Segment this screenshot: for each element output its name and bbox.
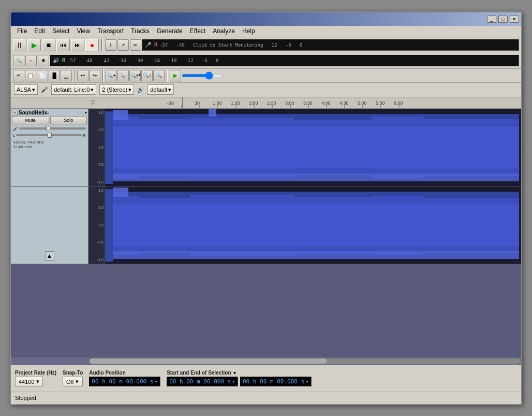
draw-tool-button[interactable]: ✏ xyxy=(130,39,141,51)
track-1-pan-row: L R xyxy=(12,132,87,139)
zoom-normal-button[interactable]: 🔍 xyxy=(153,70,165,81)
track-2-expand-button[interactable]: ▲ xyxy=(45,251,54,261)
record-button[interactable]: ● xyxy=(85,39,99,51)
zoom-in-button[interactable]: 🔍+ xyxy=(106,70,117,81)
selection-label: Start and End of Selection xyxy=(167,370,231,376)
svg-text:5:30: 5:30 xyxy=(376,101,385,106)
paste-button[interactable]: 📄 xyxy=(37,70,48,81)
mic-device-select[interactable]: default: Line:0 ▾ xyxy=(51,84,96,95)
title-bar: _ □ ✕ xyxy=(11,12,521,26)
skip-end-button[interactable]: ⏭ xyxy=(71,39,84,51)
driver-select[interactable]: ALSA ▾ xyxy=(14,84,38,95)
channels-label: 2 (Stereo) xyxy=(102,87,127,93)
scrollbar-thumb[interactable] xyxy=(90,358,327,364)
project-rate-value-row: 44100 ▾ xyxy=(15,377,56,386)
track-1-waveform[interactable]: 1.0 0.5 0.0 -0.5 -1.0 xyxy=(88,109,521,186)
track-1-name-row: × SoundHelix- ▾ xyxy=(12,110,87,116)
mic-device-label: default: Line:0 xyxy=(54,87,90,93)
menu-view[interactable]: View xyxy=(73,27,93,35)
menu-generate[interactable]: Generate xyxy=(154,27,186,35)
svg-text:2:30: 2:30 xyxy=(267,101,276,106)
horizontal-scrollbar[interactable] xyxy=(11,357,521,365)
channels-select[interactable]: 2 (Stereo) ▾ xyxy=(99,84,134,95)
skip-start-button[interactable]: ⏮ xyxy=(56,39,70,51)
trim-button[interactable]: ▐▌ xyxy=(49,70,60,81)
track-1-solo-button[interactable]: Solo xyxy=(50,117,87,124)
snap-to-label: Snap-To xyxy=(63,370,83,376)
svg-text:1:00: 1:00 xyxy=(213,101,222,106)
selection-dropdown-icon[interactable]: ▾ xyxy=(233,370,236,376)
toolbar-sep-3 xyxy=(102,69,104,82)
channels-dropdown-icon: ▾ xyxy=(128,87,131,93)
timeshift-tool-button[interactable]: ↔ xyxy=(25,55,37,66)
track-1: × SoundHelix- ▾ Mute Solo 🎤 xyxy=(11,109,521,187)
toolbar-sep-1 xyxy=(101,39,102,51)
fit-project-button[interactable]: 🔍⇄ xyxy=(129,70,141,81)
status-bar: Project Rate (Hz) 44100 ▾ Snap-To Off ▾ … xyxy=(11,365,521,392)
selection-tool-button[interactable]: I xyxy=(105,39,116,51)
menu-tracks[interactable]: Tracks xyxy=(128,27,153,35)
selection-start-value: 00 h 00 m 00.000 s xyxy=(169,378,231,385)
svg-text:3:00: 3:00 xyxy=(285,101,294,106)
menu-edit[interactable]: Edit xyxy=(31,27,48,35)
zoom-tool-button[interactable]: 🔍 xyxy=(13,55,24,66)
svg-text:-30: -30 xyxy=(167,101,174,106)
timeline-ruler[interactable]: -30 30 1:00 1:30 2:00 2:30 3:00 3:30 4:0… xyxy=(166,97,521,108)
selection-end-dropdown-btn[interactable]: ▾ xyxy=(305,378,309,385)
undo-button[interactable]: ↩ xyxy=(77,70,88,81)
silence-button[interactable]: ▁ xyxy=(61,70,72,81)
track-1-y-axis: 1.0 0.5 0.0 -0.5 -1.0 xyxy=(88,109,105,186)
track-1-info-line2: 32-bit float xyxy=(13,145,86,149)
menu-analyze[interactable]: Analyze xyxy=(210,27,238,35)
project-rate-dropdown[interactable]: 44100 ▾ xyxy=(15,377,43,386)
menu-transport[interactable]: Transport xyxy=(94,27,127,35)
cut-button[interactable]: ✂ xyxy=(13,70,24,81)
rec-label: 🎤 R xyxy=(145,42,157,48)
tools-toolbar-row: 🔍 ↔ ✱ 🔊 R -57 -48 -42 -36 -30 -24 -18 -1… xyxy=(11,53,521,68)
play-button[interactable]: ▶ xyxy=(27,39,41,51)
track-1-pan-slider[interactable] xyxy=(16,134,82,136)
envelope-tool-button[interactable]: ↗ xyxy=(117,39,129,51)
audio-position-dropdown-btn[interactable]: ▾ xyxy=(155,378,158,385)
pan-label-1-l: L xyxy=(13,133,15,138)
ruler-svg: -30 30 1:00 1:30 2:00 2:30 3:00 3:30 4:0… xyxy=(166,97,521,108)
record-vumeter: 🎤 R -57 -48 Click to Start Monitoring 12… xyxy=(142,39,519,51)
mic-icon: 🎤 xyxy=(41,87,48,93)
menu-select[interactable]: Select xyxy=(49,27,72,35)
multitool-button[interactable]: ✱ xyxy=(38,55,49,66)
snap-to-dropdown[interactable]: Off ▾ xyxy=(63,377,83,386)
play-vumeter: 🔊 R -57 -48 -42 -36 -30 -24 -18 -12 -6 0 xyxy=(50,55,519,66)
track-1-mute-button[interactable]: Mute xyxy=(12,117,49,124)
svg-text:2:00: 2:00 xyxy=(249,101,258,106)
mic-dropdown-icon: ▾ xyxy=(91,87,94,93)
speed-slider[interactable] xyxy=(182,74,223,77)
selection-start-dropdown-btn[interactable]: ▾ xyxy=(232,378,235,385)
svg-text:3:30: 3:30 xyxy=(303,101,313,106)
speaker-device-select[interactable]: default ▾ xyxy=(147,84,174,95)
stop-button[interactable]: ■ xyxy=(42,39,55,51)
zoom-out-button[interactable]: 🔍- xyxy=(117,70,129,81)
maximize-button[interactable]: □ xyxy=(498,16,508,23)
play-at-speed-button[interactable]: ▶ xyxy=(170,70,181,81)
pan-label-1-r: R xyxy=(83,133,86,138)
menu-effect[interactable]: Effect xyxy=(187,27,209,35)
pause-button[interactable]: ⏸ xyxy=(13,39,26,51)
transport-toolbar-row: ⏸ ▶ ■ ⏮ ⏭ ● I ↗ ✏ 🎤 R -57 -48 Click to S… xyxy=(11,37,521,53)
track-1-gain-slider[interactable] xyxy=(19,127,86,130)
track-1-dropdown-icon[interactable]: ▾ xyxy=(85,110,87,115)
svg-text:4:00: 4:00 xyxy=(321,101,331,106)
fit-track-button[interactable]: 🔍↕ xyxy=(141,70,153,81)
toolbar-sep-2 xyxy=(74,69,75,82)
minimize-button[interactable]: _ xyxy=(487,16,496,23)
close-button[interactable]: ✕ xyxy=(510,16,519,23)
svg-rect-44 xyxy=(105,189,113,262)
menu-help[interactable]: Help xyxy=(239,27,258,35)
scrollbar-track xyxy=(90,358,520,364)
track-1-close-button[interactable]: × xyxy=(12,110,18,116)
redo-button[interactable]: ↪ xyxy=(89,70,100,81)
selection-label-row: Start and End of Selection ▾ xyxy=(167,370,312,376)
snap-to-value: Off xyxy=(66,379,73,385)
copy-button[interactable]: 📋 xyxy=(25,70,36,81)
menu-file[interactable]: File xyxy=(14,27,30,35)
track-2-waveform[interactable]: 1.0 0.5 0.0 -0.5 -1.0 xyxy=(88,187,521,264)
